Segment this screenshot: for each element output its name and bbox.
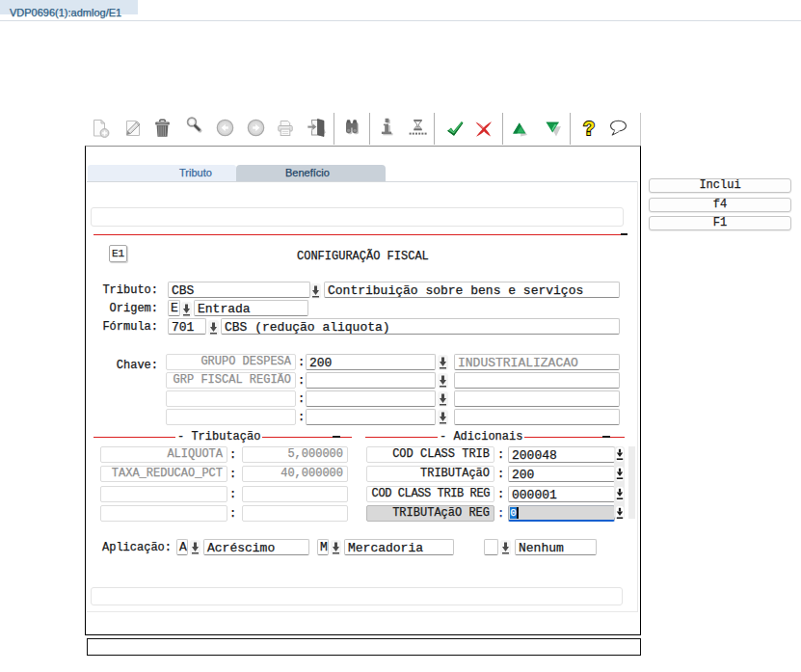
svg-text:?: ?: [583, 118, 595, 139]
